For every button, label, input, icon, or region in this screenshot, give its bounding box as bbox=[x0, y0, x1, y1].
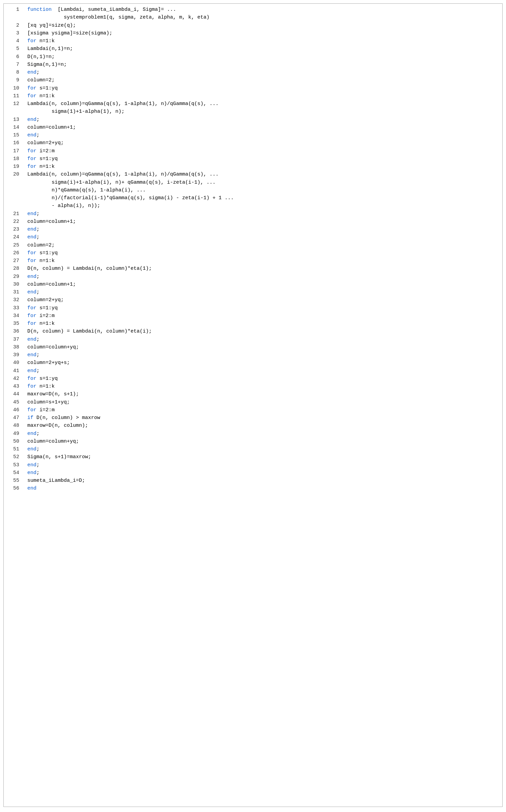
table-row: 26for s=1:yq bbox=[4, 249, 502, 257]
code-line: for s=1:yq bbox=[24, 84, 502, 92]
line-number: 4 bbox=[4, 37, 24, 45]
code-line: column=column+yq; bbox=[24, 343, 502, 351]
code-line: end; bbox=[24, 226, 502, 233]
table-row: 50column=column+yq; bbox=[4, 438, 502, 445]
code-line: for i=2:m bbox=[24, 147, 502, 155]
code-line: for s=1:yq bbox=[24, 249, 502, 257]
line-number: 34 bbox=[4, 312, 24, 320]
table-row: 8end; bbox=[4, 69, 502, 76]
table-row: 4for n=1:k bbox=[4, 37, 502, 45]
line-number: 12 bbox=[4, 100, 24, 116]
code-line: Lambdai(n, column)=qGamma(q(s), 1-alpha(… bbox=[24, 100, 502, 116]
table-row: 48maxrow=D(n, column); bbox=[4, 422, 502, 429]
table-row: 42for s=1:yq bbox=[4, 375, 502, 383]
table-row: 18for s=1:yq bbox=[4, 155, 502, 163]
code-line: function [Lambdai, sumeta_iLambda_i, Sig… bbox=[24, 4, 502, 22]
table-row: 51end; bbox=[4, 445, 502, 453]
line-number: 47 bbox=[4, 414, 24, 422]
code-line: for n=1:k bbox=[24, 92, 502, 100]
code-line: end; bbox=[24, 367, 502, 375]
line-number: 44 bbox=[4, 390, 24, 398]
code-line: end; bbox=[24, 351, 502, 359]
code-line: for i=2:m bbox=[24, 312, 502, 320]
code-line: Sigma(n,1)=n; bbox=[24, 61, 502, 69]
table-row: 6D(n,1)=n; bbox=[4, 53, 502, 61]
line-number: 29 bbox=[4, 273, 24, 281]
table-row: 30column=column+1; bbox=[4, 281, 502, 288]
table-row: 55sumeta_iLambda_i=D; bbox=[4, 477, 502, 484]
line-number: 46 bbox=[4, 406, 24, 414]
code-line: for s=1:yq bbox=[24, 375, 502, 383]
code-line: D(n, column) = Lambdai(n, column)*eta(i)… bbox=[24, 328, 502, 335]
table-row: 47if D(n, column) > maxrow bbox=[4, 414, 502, 422]
table-row: 28D(n, column) = Lambdai(n, column)*eta(… bbox=[4, 265, 502, 272]
table-row: 9column=2; bbox=[4, 76, 502, 84]
code-line: column=2; bbox=[24, 241, 502, 249]
line-number: 6 bbox=[4, 53, 24, 61]
table-row: 17for i=2:m bbox=[4, 147, 502, 155]
table-row: 40column=2+yq+s; bbox=[4, 359, 502, 367]
line-number: 39 bbox=[4, 351, 24, 359]
line-number: 16 bbox=[4, 139, 24, 147]
table-row: 43for n=1:k bbox=[4, 383, 502, 390]
code-line: column=2+yq; bbox=[24, 296, 502, 304]
table-row: 36D(n, column) = Lambdai(n, column)*eta(… bbox=[4, 328, 502, 335]
code-line: for s=1:yq bbox=[24, 304, 502, 312]
code-container: 1function [Lambdai, sumeta_iLambda_i, Si… bbox=[3, 3, 503, 807]
line-number: 21 bbox=[4, 210, 24, 218]
line-number: 26 bbox=[4, 249, 24, 257]
code-line: end; bbox=[24, 288, 502, 296]
line-number: 2 bbox=[4, 22, 24, 29]
table-row: 13end; bbox=[4, 116, 502, 124]
table-row: 1function [Lambdai, sumeta_iLambda_i, Si… bbox=[4, 4, 502, 22]
table-row: 46for i=2:m bbox=[4, 406, 502, 414]
code-line: column=s+1+yq; bbox=[24, 398, 502, 406]
line-number: 38 bbox=[4, 343, 24, 351]
table-row: 24end; bbox=[4, 233, 502, 241]
code-line: sumeta_iLambda_i=D; bbox=[24, 477, 502, 484]
table-row: 49end; bbox=[4, 430, 502, 438]
line-number: 7 bbox=[4, 61, 24, 69]
code-table: 1function [Lambdai, sumeta_iLambda_i, Si… bbox=[4, 4, 502, 495]
code-line: column=column+1; bbox=[24, 124, 502, 131]
table-row: 25column=2; bbox=[4, 241, 502, 249]
code-line: column=2; bbox=[24, 76, 502, 84]
table-row: 29end; bbox=[4, 273, 502, 281]
table-row: 41end; bbox=[4, 367, 502, 375]
table-row: 12Lambdai(n, column)=qGamma(q(s), 1-alph… bbox=[4, 100, 502, 116]
code-line: for s=1:yq bbox=[24, 155, 502, 163]
code-line: end; bbox=[24, 69, 502, 76]
table-row: 22column=column+1; bbox=[4, 218, 502, 226]
table-row: 34for i=2:m bbox=[4, 312, 502, 320]
line-number: 1 bbox=[4, 4, 24, 22]
table-row: 15end; bbox=[4, 131, 502, 139]
line-number: 55 bbox=[4, 477, 24, 484]
code-line: for n=1:k bbox=[24, 163, 502, 171]
code-line: for n=1:k bbox=[24, 383, 502, 390]
line-number: 25 bbox=[4, 241, 24, 249]
table-row: 11for n=1:k bbox=[4, 92, 502, 100]
line-number: 30 bbox=[4, 281, 24, 288]
code-line: [xsigma ysigma]=size(sigma); bbox=[24, 29, 502, 37]
table-row: 16column=2+yq; bbox=[4, 139, 502, 147]
line-number: 42 bbox=[4, 375, 24, 383]
line-number: 22 bbox=[4, 218, 24, 226]
code-line: end; bbox=[24, 233, 502, 241]
line-number: 50 bbox=[4, 438, 24, 445]
line-number: 51 bbox=[4, 445, 24, 453]
line-number: 24 bbox=[4, 233, 24, 241]
code-line: end; bbox=[24, 210, 502, 218]
code-line: end; bbox=[24, 461, 502, 469]
line-number: 3 bbox=[4, 29, 24, 37]
line-number: 36 bbox=[4, 328, 24, 335]
code-line: end; bbox=[24, 469, 502, 477]
line-number: 17 bbox=[4, 147, 24, 155]
line-number: 27 bbox=[4, 257, 24, 265]
code-line: for n=1:k bbox=[24, 257, 502, 265]
table-row: 53end; bbox=[4, 461, 502, 469]
line-number: 49 bbox=[4, 430, 24, 438]
code-line: maxrow=D(n, column); bbox=[24, 422, 502, 429]
line-number: 43 bbox=[4, 383, 24, 390]
table-row: 45column=s+1+yq; bbox=[4, 398, 502, 406]
line-number: 14 bbox=[4, 124, 24, 131]
